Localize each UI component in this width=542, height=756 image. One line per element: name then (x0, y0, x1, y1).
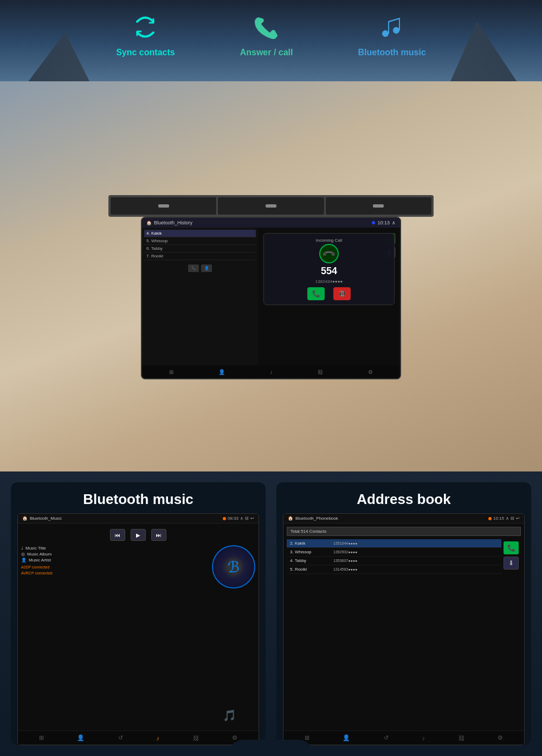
answer-button[interactable]: 📞 (307, 287, 325, 300)
footer-link-address[interactable]: ⛓ (456, 734, 467, 742)
contact-row-rooikl[interactable]: 5. Rooikl 1314583●●●● (287, 565, 501, 574)
contacts-list: 2. Kakik 1351044●●●● 3. Whissop 1392902●… (287, 539, 501, 574)
call-contact-button[interactable]: 📞 (504, 541, 519, 554)
center-screen: 🏠 Bluetooth_History 10:13 ∧ 4. Kakik 5. … (141, 217, 401, 379)
footer-contacts-address[interactable]: 👤 (340, 733, 352, 742)
footer-note-address[interactable]: ♪ (420, 734, 428, 742)
play-button[interactable]: ▶ (131, 529, 146, 541)
footer-refresh-music[interactable]: ↺ (116, 733, 125, 742)
contact-name-whissop: 3. Whissop (290, 550, 333, 554)
music-playback-controls: ⏮ ▶ ⏭ (21, 527, 255, 543)
music-info-area: ♩ Music Title ◎ Music Album 👤 Music Arti… (21, 545, 255, 727)
album-icon: ◎ (21, 552, 25, 557)
avrcp-status: AVRCP connected (21, 571, 208, 575)
incoming-call-label: Incoming Call (268, 238, 390, 243)
vent-slot-1 (111, 197, 216, 215)
address-book-title: Address book (276, 482, 531, 513)
music-title-label: Music Title (25, 546, 46, 551)
music-screen-header: 🏠 Bluetooth_Music 08:33 ∧ ⊟ ↩ (18, 514, 259, 524)
music-metadata: ♩ Music Title ◎ Music Album 👤 Music Arti… (21, 545, 208, 727)
address-time-area: 10:15 ∧ ⊟ ↩ (488, 516, 520, 521)
contact-num-rooikl: 1314583●●●● (333, 567, 498, 571)
footer-note-music[interactable]: ♪ (154, 734, 162, 742)
footer-settings-address[interactable]: ⚙ (495, 733, 505, 742)
home-icon-address: 🏠 (288, 516, 293, 521)
footer-refresh-address[interactable]: ↺ (382, 733, 391, 742)
vinyl-area: ℬ 🎵 (212, 545, 255, 727)
note-icon: ♩ (21, 546, 23, 551)
address-screen-body: Total 514 Contacts 2. Kakik 1351044●●●● … (283, 524, 524, 731)
expand-icon: ∧ (240, 516, 243, 521)
footer-apps-music[interactable]: ⊞ (37, 733, 46, 742)
home-icon-music: 🏠 (22, 516, 28, 521)
footer-link-icon[interactable]: ⛓ (318, 369, 323, 375)
music-artist-label: Music Artist (29, 558, 51, 563)
address-screen-title-area: 🏠 Bluetooth_Phonebook (288, 516, 338, 521)
music-time: 08:33 (228, 516, 238, 521)
phone-ring-animation: 📞 (319, 244, 339, 263)
sync-feature: Sync contacts (116, 11, 175, 57)
contact-row-tabby[interactable]: 4. Tabby 1353607●●●● (287, 557, 501, 565)
dial-icon: 📞 (191, 266, 196, 270)
address-book-card: Address book 🏠 Bluetooth_Phonebook 10:15… (276, 482, 531, 745)
address-device-screen: 🏠 Bluetooth_Phonebook 10:15 ∧ ⊟ ↩ Total … (283, 513, 525, 745)
contact-item[interactable]: 4. Kakik (144, 230, 256, 237)
phone-cutout-decoration (228, 740, 314, 756)
footer-link-music[interactable]: ⛓ (191, 734, 201, 742)
contact-row-kakik[interactable]: 2. Kakik 1351044●●●● (287, 539, 501, 548)
address-window-icon: ⊟ (511, 516, 514, 521)
contact-item[interactable]: 5. Whissop (144, 237, 256, 245)
contact-num-whissop: 1392902●●●● (333, 550, 498, 554)
download-contact-button[interactable]: ⬇ (504, 557, 519, 570)
bluetooth-music-title: Bluetooth music (11, 482, 266, 513)
footer-settings-icon[interactable]: ⚙ (368, 369, 373, 375)
screen-title: Bluetooth_History (154, 220, 192, 225)
window-icon: ⊟ (245, 516, 249, 521)
call-action-buttons: 📞 📵 (268, 287, 390, 300)
contact-name-kakik: 2. Kakik (290, 541, 333, 546)
contact-item[interactable]: 7. Rooikl (144, 253, 256, 260)
call-label: Answer / call (240, 48, 293, 57)
next-track-button[interactable]: ⏭ (151, 529, 166, 541)
screen-footer: ⊞ 👤 ♪ ⛓ ⚙ (142, 365, 400, 378)
music-screen-body: ⏮ ▶ ⏭ ♩ Music Title ◎ Music Album (18, 524, 259, 731)
bluetooth-icon: ℬ (228, 558, 240, 576)
address-back-icon: ↩ (516, 516, 520, 521)
prev-track-button[interactable]: ⏮ (110, 529, 125, 541)
contact-icon: 👤 (204, 266, 209, 270)
contact-item[interactable]: 6. Tabby (144, 245, 256, 253)
music-footer: ⊞ 👤 ↺ ♪ ⛓ ⚙ (18, 731, 259, 745)
sync-arrows-icon (129, 11, 162, 43)
decline-button[interactable]: 📵 (333, 287, 351, 300)
contact-list: 4. Kakik 5. Whissop 6. Tabby 7. Rooikl (144, 230, 256, 260)
music-time-area: 08:33 ∧ ⊟ ↩ (223, 516, 254, 521)
call-icon (250, 11, 283, 43)
bluetooth-music-card: Bluetooth music 🏠 Bluetooth_Music 08:33 … (11, 482, 266, 745)
vent-area (108, 195, 434, 217)
a2dp-status: A2DP connected (21, 565, 208, 569)
music-device-screen: 🏠 Bluetooth_Music 08:33 ∧ ⊟ ↩ ⏮ ▶ ⏭ (17, 513, 259, 745)
music-vinyl-art: ℬ (212, 545, 255, 589)
music-note-icon (376, 11, 408, 43)
contacts-body: 2. Kakik 1351044●●●● 3. Whissop 1392902●… (287, 539, 521, 574)
contact-list-panel: 4. Kakik 5. Whissop 6. Tabby 7. Rooikl 📞… (142, 228, 258, 376)
music-screen-name: Bluetooth_Music (30, 516, 62, 521)
contact-num-kakik: 1351044●●●● (333, 541, 498, 545)
address-screen-header: 🏠 Bluetooth_Phonebook 10:15 ∧ ⊟ ↩ (283, 514, 524, 524)
dashboard-area: 🏠 Bluetooth_History 10:13 ∧ 4. Kakik 5. … (0, 81, 542, 471)
incoming-call-panel: Incoming Call 📞 554 1382434●●●● 📞 📵 📞 (258, 228, 400, 376)
music-label: Bluetooth music (358, 48, 425, 57)
footer-apps-icon[interactable]: ⊞ (169, 369, 173, 375)
music-album-label: Music Album (27, 552, 51, 557)
caller-number: 554 (268, 266, 390, 277)
features-row: Sync contacts Answer / call Bluetooth mu… (0, 11, 542, 57)
music-screen-title-area: 🏠 Bluetooth_Music (22, 516, 62, 521)
footer-contacts-music[interactable]: 👤 (75, 733, 87, 742)
contact-row-whissop[interactable]: 3. Whissop 1392902●●●● (287, 548, 501, 557)
footer-music-icon[interactable]: ♪ (270, 369, 273, 375)
contact-action-buttons: 📞 ⬇ (501, 539, 521, 574)
music-album-row: ◎ Music Album (21, 551, 208, 557)
back-icon: ↩ (250, 516, 254, 521)
sync-label: Sync contacts (116, 48, 175, 57)
footer-contact-icon[interactable]: 👤 (218, 369, 225, 375)
